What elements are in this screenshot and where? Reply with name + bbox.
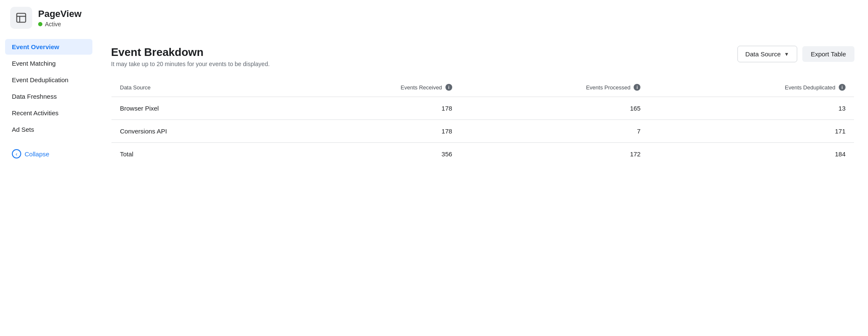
collapse-button[interactable]: ‹ Collapse — [5, 145, 92, 163]
app-header: PageView Active — [0, 0, 868, 36]
content-area: Event Breakdown It may take up to 20 min… — [97, 36, 868, 336]
table-row: Conversions API 178 7 171 — [111, 120, 854, 143]
events-received-info-icon[interactable]: i — [445, 84, 452, 91]
row-1-received: 178 — [280, 120, 461, 143]
events-processed-info-icon[interactable]: i — [634, 84, 640, 91]
events-deduplicated-info-icon[interactable]: i — [839, 84, 846, 91]
sidebar: Event Overview Event Matching Event Dedu… — [0, 36, 97, 336]
col-header-events-deduplicated: Events Deduplicated i — [649, 78, 854, 97]
content-actions: Data Source ▼ Export Table — [737, 46, 854, 62]
event-breakdown-table: Data Source Events Received i Events Pro — [111, 78, 854, 166]
sidebar-item-ad-sets[interactable]: Ad Sets — [5, 122, 92, 137]
collapse-icon: ‹ — [12, 149, 21, 158]
table-row: Browser Pixel 178 165 13 — [111, 97, 854, 120]
header-info: PageView Active — [38, 8, 81, 28]
status-label: Active — [45, 21, 61, 28]
dropdown-arrow-icon: ▼ — [784, 51, 789, 57]
row-2-deduplicated: 184 — [649, 143, 854, 166]
content-title: Event Breakdown — [111, 46, 270, 59]
row-2-processed: 172 — [461, 143, 649, 166]
sidebar-item-event-deduplication[interactable]: Event Deduplication — [5, 72, 92, 88]
layout-icon — [15, 12, 27, 24]
app-container: PageView Active Event Overview Event Mat… — [0, 0, 868, 336]
content-header: Event Breakdown It may take up to 20 min… — [111, 46, 854, 67]
row-0-processed: 165 — [461, 97, 649, 120]
table-header-row: Data Source Events Received i Events Pro — [111, 78, 854, 97]
sidebar-item-event-overview[interactable]: Event Overview — [5, 39, 92, 55]
row-1-source: Conversions API — [111, 120, 281, 143]
col-header-events-processed: Events Processed i — [461, 78, 649, 97]
app-icon-box — [10, 7, 32, 29]
data-source-label: Data Source — [746, 50, 781, 58]
row-2-source: Total — [111, 143, 281, 166]
row-1-deduplicated: 171 — [649, 120, 854, 143]
table-row: Total 356 172 184 — [111, 143, 854, 166]
data-source-dropdown[interactable]: Data Source ▼ — [737, 46, 797, 62]
row-2-received: 356 — [280, 143, 461, 166]
export-table-button[interactable]: Export Table — [802, 46, 854, 62]
content-title-section: Event Breakdown It may take up to 20 min… — [111, 46, 270, 67]
row-1-processed: 7 — [461, 120, 649, 143]
sidebar-item-recent-activities[interactable]: Recent Activities — [5, 105, 92, 121]
content-subtitle: It may take up to 20 minutes for your ev… — [111, 61, 270, 67]
row-0-source: Browser Pixel — [111, 97, 281, 120]
col-header-data-source: Data Source — [111, 78, 281, 97]
col-header-events-received: Events Received i — [280, 78, 461, 97]
sidebar-item-event-matching[interactable]: Event Matching — [5, 56, 92, 71]
collapse-label: Collapse — [25, 150, 49, 158]
main-layout: Event Overview Event Matching Event Dedu… — [0, 36, 868, 336]
sidebar-item-data-freshness[interactable]: Data Freshness — [5, 89, 92, 104]
app-title: PageView — [38, 8, 81, 19]
row-0-received: 178 — [280, 97, 461, 120]
row-0-deduplicated: 13 — [649, 97, 854, 120]
app-status: Active — [38, 21, 81, 28]
svg-rect-0 — [17, 14, 26, 22]
status-dot — [38, 22, 42, 26]
